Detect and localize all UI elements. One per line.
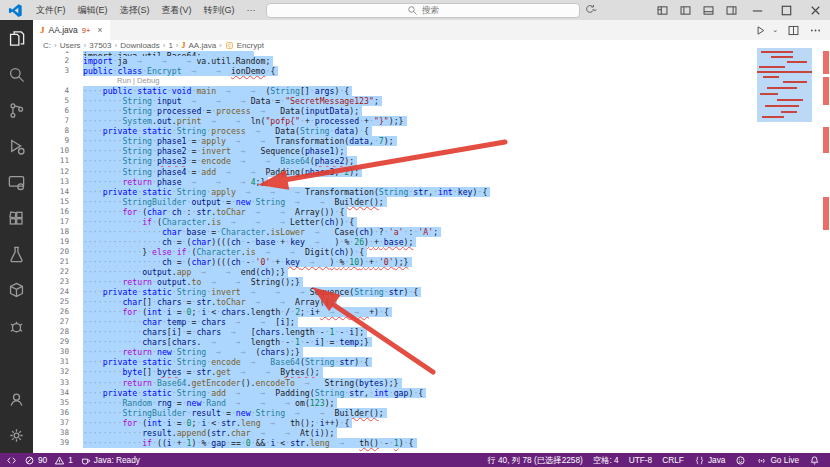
selected-code-text[interactable]: ········String·phase2·=·invert → Sequenc… — [83, 146, 347, 156]
code-line: 29············chars[chars. → → length·-·… — [33, 337, 830, 347]
more-actions-icon[interactable] — [809, 24, 822, 37]
selected-code-text[interactable]: ········for·(int·i·=·0;·i·<·str.leng → t… — [83, 418, 352, 428]
selected-code-text[interactable]: ····private·static·String·encode → Base6… — [83, 357, 372, 367]
breadcrumb-item[interactable]: Downloads — [120, 41, 160, 50]
activitybar-source-control-icon[interactable] — [0, 92, 33, 128]
selected-code-text[interactable]: ········System.out.print → → ln("pofp{"·… — [83, 116, 407, 126]
selected-code-text[interactable]: ········StringBuilder·result·=·new·Strin… — [83, 408, 387, 418]
selected-code-text[interactable]: ············chars[i]·=·chars → [chars.le… — [83, 327, 367, 337]
status-problems-warnings-label: 1 — [68, 455, 73, 465]
selected-code-text[interactable]: ········byte[]·bytes·=·str.get → → Bytes… — [83, 367, 323, 377]
status-cursor-position[interactable]: 行 40, 列 78 (已选择2258) — [487, 455, 582, 466]
selected-code-text[interactable]: ············if·(Character.is → → → Lette… — [83, 217, 357, 227]
selected-code-text[interactable]: public·class·Encrypt → → ionDemo·{ — [83, 66, 278, 76]
activitybar-settings-icon[interactable] — [0, 417, 33, 453]
run-dropdown-icon[interactable]: ⌄ — [772, 26, 778, 34]
command-center-search[interactable]: 搜索 — [266, 3, 580, 18]
java-file-icon: J — [182, 41, 186, 50]
selected-code-text[interactable]: ················ch·=·(char)(((ch·-·'0'·+… — [83, 257, 412, 267]
breadcrumb-item[interactable]: 1 — [168, 41, 172, 50]
codelens-row: Run | Debug — [33, 76, 830, 86]
selected-code-text[interactable]: ············chars[chars. → → length·-·1·… — [83, 337, 372, 347]
line-number: 7 — [33, 116, 69, 126]
status-notifications[interactable] — [809, 455, 820, 466]
selected-code-text[interactable]: ········StringBuilder·output·=·new·Strin… — [83, 197, 387, 207]
customize-layout-icon[interactable] — [725, 4, 738, 17]
selected-code-text[interactable]: ············result.append(str.char → → A… — [83, 428, 337, 438]
code-line: 16········for·(char·ch·:·str.toChar → → … — [33, 207, 830, 217]
split-editor-icon[interactable] — [787, 24, 800, 37]
status-java-status[interactable]: Java: Ready — [80, 455, 140, 466]
breadcrumb-item[interactable]: Users — [60, 41, 81, 50]
activitybar-run-debug-icon[interactable] — [0, 128, 33, 164]
editor[interactable]: 1import·java.util.Base64; → → 2import·ja… — [33, 51, 830, 453]
selected-code-text[interactable]: ············char·temp·=·chars → → [i]; — [83, 317, 298, 327]
selected-code-text[interactable]: ····public·static·void·main → → (String[… — [83, 86, 352, 96]
menu-item-5[interactable]: ··· — [241, 5, 262, 15]
status-indentation[interactable]: 空格: 4 — [593, 455, 619, 466]
toggle-primary-sidebar-icon[interactable] — [656, 4, 669, 17]
status-browser-preview[interactable] — [735, 455, 746, 466]
selected-code-text[interactable]: ········return·Base64.getEncoder().encod… — [83, 378, 402, 388]
menu-item-2[interactable]: 选择(S) — [114, 5, 156, 15]
selected-code-text[interactable]: ················char·base·=·Character.is… — [83, 227, 441, 237]
minimap-error-mark — [765, 105, 799, 107]
codelens-run-debug[interactable]: Run | Debug — [117, 76, 160, 86]
breadcrumb-item[interactable]: AA.java — [189, 41, 217, 50]
tab-aa-java[interactable]: J AA.java 9+ × — [33, 20, 110, 40]
selected-code-text[interactable]: ········String·input → → → Data·=·"Secre… — [83, 96, 382, 106]
selected-code-text[interactable]: import·ja → → → va.util.Random; — [83, 56, 273, 66]
status-language-mode[interactable]: Java — [694, 455, 726, 466]
selected-code-text[interactable]: ············output.app → → end(ch);} — [83, 267, 288, 277]
selected-code-text[interactable]: ········return·output.to → → String();} — [83, 277, 303, 287]
selected-code-text[interactable]: ········char[]·chars·=·str.toChar → → Ar… — [83, 297, 337, 307]
maximize-button[interactable] — [779, 3, 794, 18]
close-button[interactable] — [808, 3, 823, 18]
selected-code-text[interactable]: ····private·static·String·add → → Paddin… — [83, 388, 426, 398]
breadcrumb-item[interactable]: Encrypt — [237, 41, 264, 50]
activitybar-account-icon[interactable] — [0, 381, 33, 417]
menu-item-0[interactable]: 文件(F) — [30, 5, 72, 15]
menu-item-3[interactable]: 查看(V) — [156, 5, 198, 15]
selected-code-text[interactable]: ············if·((i·+·1)·%·gap·==·0·&&·i·… — [83, 438, 417, 448]
chevron-down-icon[interactable]: ⌄ — [592, 5, 598, 13]
activitybar-extensions-icon[interactable] — [0, 200, 33, 236]
activitybar-search-icon[interactable] — [0, 56, 33, 92]
activitybar-java-projects-icon[interactable] — [0, 272, 33, 308]
menu-item-4[interactable]: 转到(G) — [198, 5, 241, 15]
status-encoding[interactable]: UTF-8 — [629, 455, 653, 465]
minimap[interactable] — [757, 48, 812, 122]
status-problems-warnings[interactable]: 1 — [54, 455, 73, 466]
status-problems-errors[interactable]: 90 — [24, 455, 47, 466]
selected-code-text[interactable]: ········Random·rng·=·new·Rand → → → om(1… — [83, 398, 337, 408]
breadcrumb-item[interactable]: C: — [43, 41, 51, 50]
minimize-button[interactable] — [750, 3, 765, 18]
activitybar-testing-icon[interactable] — [0, 236, 33, 272]
run-button[interactable] — [754, 24, 767, 37]
breadcrumb-item[interactable]: 37503 — [89, 41, 111, 50]
selected-code-text[interactable]: ········String·phase4·=·add → → Padding(… — [83, 167, 362, 177]
tab-close-icon[interactable]: × — [97, 25, 102, 35]
toggle-panel-icon[interactable] — [679, 4, 692, 17]
selected-code-text[interactable]: ········String·processed·=·process → Dat… — [83, 106, 362, 116]
menu-item-1[interactable]: 编辑(E) — [72, 5, 114, 15]
toggle-secondary-sidebar-icon[interactable] — [702, 4, 715, 17]
status-eol-sequence[interactable]: CRLF — [662, 455, 684, 465]
activitybar-explorer-icon[interactable] — [0, 20, 33, 56]
selected-code-text[interactable]: ············}·else·if·(Character.is → → … — [83, 247, 367, 257]
selected-code-text[interactable]: ····private·static·String·apply → → → Tr… — [83, 187, 490, 197]
selected-code-text[interactable]: ····private·static·String·invert → → → S… — [83, 287, 421, 297]
selected-code-text[interactable]: ········String·phase1·=·apply → → Transf… — [83, 136, 397, 146]
selected-code-text[interactable]: ········for·(int·i·=·0;·i·<·chars.length… — [83, 307, 392, 317]
activitybar-bug-icon[interactable] — [0, 308, 33, 344]
selected-code-text[interactable]: ········return·phase → → → 4;} — [83, 177, 268, 187]
selected-code-text[interactable]: ················ch·=·(char)(((ch·-·base·… — [83, 237, 416, 247]
selected-code-text[interactable]: ········for·(char·ch·:·str.toChar → → Ar… — [83, 207, 347, 217]
status-go-live[interactable]: Go Live — [756, 455, 799, 466]
selected-code-text[interactable]: ········String·phase3·=·encode → → Base6… — [83, 156, 357, 166]
overview-ruler[interactable] — [823, 51, 829, 453]
selected-code-text[interactable]: ········return·new·String → → (chars);} — [83, 347, 303, 357]
activitybar-remote-explorer-icon[interactable] — [0, 164, 33, 200]
status-remote-indicator[interactable] — [6, 455, 17, 466]
selected-code-text[interactable]: ····private·static·String·process → Data… — [83, 126, 372, 136]
